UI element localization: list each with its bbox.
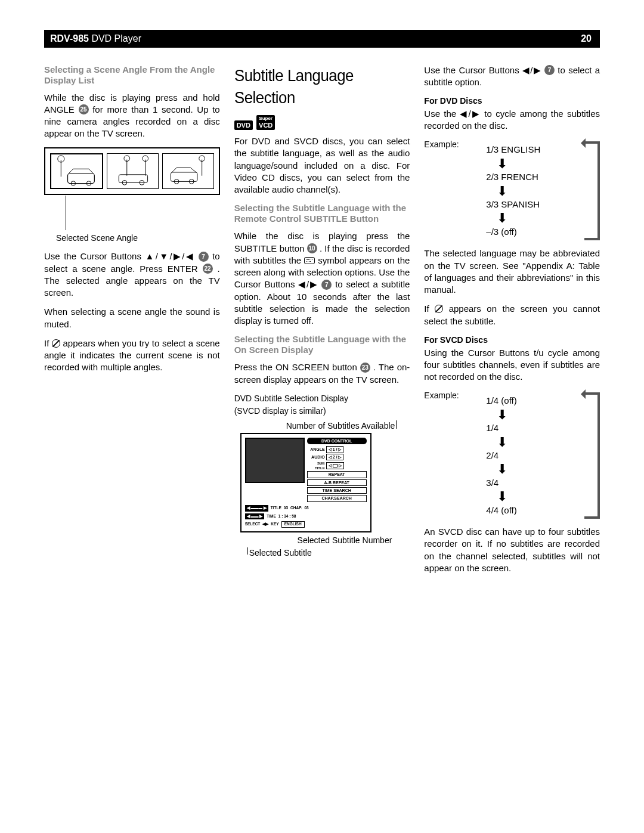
- column-3: Use the Cursor Buttons ◀/▶ 7 to select a…: [424, 64, 600, 581]
- angle-cursor-text: Use the Cursor Buttons ▲/▼/▶/◀ 7 to sele…: [44, 250, 220, 299]
- scene-pointer-line: [66, 196, 66, 230]
- osd-callout-top: Number of Subtitles Available: [234, 420, 397, 432]
- dvd-cycle-text: Use the ◀/▶ to cycle among the subtitles…: [424, 108, 600, 132]
- cycle-item: –/3 (off): [486, 226, 580, 238]
- osd-paragraph: Press the ON SCREEN button 23 . The on-s…: [234, 361, 410, 386]
- ref-10-icon: 10: [307, 243, 317, 253]
- header-left: RDV-985 DVD Player: [50, 32, 581, 45]
- osd-chapsearch: CHAP.SEARCH: [307, 495, 367, 501]
- example-label-2: Example:: [424, 390, 462, 526]
- disc-badges: DVD Super VCD: [234, 115, 410, 131]
- cycle-item: 1/3 ENGLISH: [486, 144, 580, 156]
- scene-row: [50, 153, 214, 189]
- example-label-1: Example:: [424, 139, 462, 247]
- ref-22-icon: 22: [203, 264, 213, 274]
- rc-paragraph: While the disc is playing press the SUBT…: [234, 230, 410, 327]
- osd-bottom-row: ◀ ▬▬▬ ▶ TITLE03 CHAP.03: [245, 505, 367, 512]
- svcd-footer-note: An SVCD disc can have up to four subtitl…: [424, 526, 600, 574]
- svcd-cycle-text: Using the Cursor Buttons t/u cycle among…: [424, 347, 600, 383]
- cycle-item: 1/4 (off): [486, 395, 580, 407]
- osd-bottom-row-3: SELECT ◀▶ KEY ENGLISH: [245, 521, 367, 528]
- subtitle-symbol-icon: [304, 257, 315, 264]
- top-cursor-text: Use the Cursor Buttons ◀/▶ 7 to select a…: [424, 64, 600, 89]
- model-number: RDV-985: [50, 33, 89, 44]
- ref-25-icon: 25: [79, 104, 89, 114]
- cycle-item: 2/4: [486, 450, 580, 462]
- product-name: DVD Player: [91, 33, 141, 44]
- scene-caption: Selected Scene Angle: [56, 233, 220, 244]
- page-number: 20: [581, 32, 592, 45]
- scene-angle-figure: [44, 147, 220, 195]
- cycle-item: 2/3 FRENCH: [486, 171, 580, 183]
- column-1: Selecting a Scene Angle From the Angle D…: [44, 64, 220, 581]
- section-heading-osd: Selecting the Subtitle Language with the…: [234, 334, 410, 355]
- content-columns: Selecting a Scene Angle From the Angle D…: [44, 64, 600, 581]
- osd-side-panel: DVD CONTROL ANGLE◁1 /▷ AUDIO◁2 /▷ SUB TI…: [307, 438, 367, 503]
- cycle-item: 3/4: [486, 477, 580, 489]
- arrow-down-icon: ⬇: [497, 410, 580, 420]
- arrow-down-icon: ⬇: [497, 159, 580, 169]
- ref-7-icon: 7: [544, 65, 555, 75]
- arrow-down-icon: ⬇: [497, 186, 580, 197]
- angle-intro: While the disc is playing press and hold…: [44, 92, 220, 140]
- angle-mute-note: When selecting a scene angle the sound i…: [44, 306, 220, 330]
- scene-cell-selected: [50, 153, 103, 189]
- scene-cell-2: [107, 153, 159, 189]
- section-heading-rc: Selecting the Subtitle Language with the…: [234, 203, 410, 224]
- osd-display: DVD CONTROL ANGLE◁1 /▷ AUDIO◁2 /▷ SUB TI…: [240, 433, 371, 533]
- prohibit-icon: [435, 305, 443, 313]
- dvd-cycle-diagram: 1/3 ENGLISH ⬇ 2/3 FRENCH ⬇ 3/3 SPANISH ⬇…: [462, 141, 600, 240]
- ref-23-icon: 23: [360, 363, 370, 373]
- osd-callout-b1: Selected Subtitle Number: [247, 535, 392, 546]
- heading-dvd-discs: For DVD Discs: [424, 95, 600, 107]
- cycle-item: 4/4 (off): [486, 504, 580, 516]
- svcd-cycle-diagram: 1/4 (off) ⬇ 1/4 ⬇ 2/4 ⬇ 3/4 ⬇ 4/4 (off): [462, 392, 600, 519]
- osd-caption-1: DVD Subtitle Selection Display: [234, 393, 410, 404]
- cycle-item: 1/4: [486, 422, 580, 434]
- abbrev-note: The selected language may be abbreviated…: [424, 247, 600, 296]
- osd-header: DVD CONTROL: [307, 438, 367, 444]
- osd-caption-2: (SVCD display is similar): [234, 405, 410, 417]
- osd-figure: DVD Subtitle Selection Display (SVCD dis…: [234, 393, 410, 559]
- ref-7-icon: 7: [199, 252, 209, 262]
- svcd-badge: Super VCD: [256, 115, 275, 130]
- osd-repeat: REPEAT: [307, 471, 367, 478]
- arrow-down-icon: ⬇: [497, 464, 580, 475]
- subtitle-intro: For DVD and SVCD discs, you can select t…: [234, 135, 410, 196]
- arrow-down-icon: ⬇: [497, 491, 580, 502]
- osd-screen-area: [245, 438, 305, 483]
- section-heading-angle: Selecting a Scene Angle From the Angle D…: [44, 64, 220, 86]
- column-2: Subtitle Language Selection DVD Super VC…: [234, 64, 410, 581]
- osd-callout-b2: Selected Subtitle: [247, 547, 410, 559]
- angle-no-icon-note: If appears when you try to select a scen…: [44, 337, 220, 374]
- prohibit-note: If appears on the screen you cannot sele…: [424, 303, 600, 327]
- osd-abrepeat: A-B REPEAT: [307, 479, 367, 486]
- heading-svcd-discs: For SVCD Discs: [424, 335, 600, 346]
- return-arrow-icon: [584, 141, 600, 240]
- osd-timesearch: TIME SEARCH: [307, 487, 367, 494]
- arrow-down-icon: ⬇: [497, 437, 580, 448]
- arrow-down-icon: ⬇: [497, 213, 580, 224]
- dvd-badge: DVD: [234, 120, 253, 130]
- page-header: RDV-985 DVD Player 20: [44, 30, 600, 48]
- cycle-item: 3/3 SPANISH: [486, 199, 580, 210]
- scene-cell-3: [162, 153, 214, 189]
- svg-rect-9: [119, 174, 147, 182]
- osd-bottom-row-2: ◀ ▬▬ ▶ TIME 1 : 34 : 58: [245, 513, 367, 520]
- main-title: Subtitle Language Selection: [234, 64, 396, 110]
- prohibit-icon: [52, 339, 60, 348]
- ref-7-icon: 7: [321, 280, 332, 290]
- return-arrow-icon: [584, 392, 600, 519]
